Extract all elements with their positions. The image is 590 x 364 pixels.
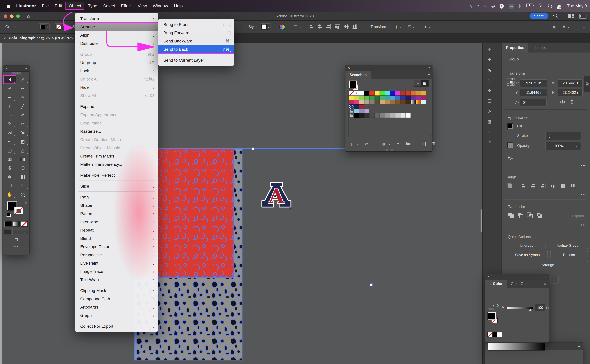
uofa-logo[interactable]: A ® <box>261 180 292 212</box>
swatch-d9c29a[interactable] <box>359 100 364 104</box>
color-group-folder-icon[interactable] <box>349 109 354 113</box>
flip-vertical-icon[interactable] <box>569 99 575 105</box>
hand-tool[interactable]: ✋ <box>3 190 16 199</box>
gradient-tool[interactable] <box>16 155 29 164</box>
object-menu-item-lock[interactable]: Lock› <box>75 67 158 75</box>
object-menu-item-perspective[interactable]: Perspective› <box>75 251 158 259</box>
swatch-e5368f[interactable] <box>354 100 359 104</box>
object-menu-item-intertwine[interactable]: Intertwine› <box>75 218 158 226</box>
object-menu-item-arrange[interactable]: Arrange› <box>75 23 158 31</box>
white-swatch[interactable] <box>497 332 502 337</box>
close-panel-icon[interactable]: × <box>488 275 490 279</box>
swatch-999999[interactable] <box>385 113 390 118</box>
object-menu-item-rasterize[interactable]: Rasterize... <box>75 127 158 135</box>
stroke-color-indicator[interactable] <box>14 207 23 214</box>
lasso-tool[interactable]: ∽ <box>16 84 29 93</box>
line-segment-tool[interactable]: ╱ <box>16 102 29 110</box>
object-menu-item-live-paint[interactable]: Live Paint› <box>75 259 158 267</box>
menubar-item-edit[interactable]: Edit <box>52 2 65 9</box>
close-document-icon[interactable]: × <box>4 36 6 40</box>
h-field[interactable]: 23.2402 i <box>558 89 583 97</box>
object-menu-item-shape[interactable]: Shape› <box>75 201 158 209</box>
mesh-tool[interactable]: ▦ <box>3 155 16 164</box>
fill-swatch[interactable] <box>508 124 513 129</box>
object-menu-item-graph[interactable]: Graph› <box>75 311 158 319</box>
object-menu-item-compound-path[interactable]: Compound Path› <box>75 295 158 303</box>
swatch-67401e[interactable] <box>400 100 405 104</box>
search-icon[interactable] <box>548 4 552 8</box>
none-swatch[interactable] <box>488 332 492 337</box>
character-strip-icon[interactable]: A <box>488 109 491 114</box>
swatch-8f2f9e[interactable] <box>416 96 421 100</box>
recolor-artwork-icon[interactable] <box>280 20 285 33</box>
gradient-button[interactable] <box>13 221 19 226</box>
swatch-b5a488[interactable] <box>364 100 369 104</box>
align-more-options[interactable]: ••• <box>581 193 586 197</box>
symbol-sprayer-tool[interactable]: ❃ <box>3 173 16 182</box>
collapse-panel-icon[interactable]: « <box>25 66 27 70</box>
swatch-libraries-icon[interactable]: ◫▾ <box>350 142 359 146</box>
arrange-documents-icon[interactable] <box>568 13 574 19</box>
color-group-folder-icon[interactable] <box>349 113 354 118</box>
panel-menu-icon[interactable]: ≡ <box>578 344 580 349</box>
headphones-icon[interactable]: ∩ <box>469 3 473 8</box>
swatch-62b854[interactable] <box>364 96 369 100</box>
align-bottom-icon[interactable] <box>352 24 358 30</box>
w-field[interactable]: 20.5441 i <box>558 79 583 87</box>
curvature-tool[interactable]: ✑ <box>16 93 29 102</box>
swatch-d4de44[interactable] <box>354 96 359 100</box>
control-center-icon[interactable] <box>557 3 561 9</box>
pathfinder-unite-icon[interactable] <box>508 212 514 220</box>
apple-menu-icon[interactable] <box>6 3 10 9</box>
menubar-item-file[interactable]: File <box>39 2 52 9</box>
menubar-clock[interactable]: Tue May 3 <box>567 4 590 8</box>
perspective-grid-tool[interactable]: △ <box>16 146 29 155</box>
swatch-blue-pattern[interactable] <box>349 104 354 109</box>
fx-icon[interactable]: fx▾ <box>508 156 512 161</box>
align-bottom-icon[interactable] <box>570 183 576 190</box>
tab-properties[interactable]: Properties <box>502 43 528 52</box>
opacity-link[interactable]: Opacity <box>517 144 530 148</box>
appearance-strip-icon[interactable]: ✥ <box>488 57 491 62</box>
rotate-tool[interactable]: ⋈ <box>3 128 16 137</box>
swatch-cccccc[interactable] <box>395 113 400 118</box>
swatch-f9ee42[interactable] <box>375 91 380 96</box>
align-top-icon[interactable] <box>335 24 340 30</box>
gradient-strip-icon[interactable]: ◉ <box>488 68 492 72</box>
object-menu-item-image-trace[interactable]: Image Trace› <box>75 267 158 275</box>
rectangle-tool[interactable]: ▭ <box>3 110 16 119</box>
swatch-c72a56[interactable] <box>349 100 354 104</box>
swatch-options-icon[interactable]: ≡ <box>397 142 399 146</box>
opacity-field[interactable]: 100%› <box>545 142 581 150</box>
artboard-strip-icon[interactable]: ▢ <box>488 78 492 83</box>
arrange-submenu-item-bring-forward[interactable]: Bring Forward⌘] <box>158 29 234 37</box>
creative-cloud-icon[interactable]: ◎▲ <box>491 4 495 8</box>
new-swatch-icon[interactable]: + <box>417 142 426 146</box>
wd-icon[interactable]: WD <box>508 3 514 9</box>
menubar-item-illustrator[interactable]: Illustrator <box>13 2 39 9</box>
panel-menu-icon[interactable]: ≡ <box>428 73 430 77</box>
align-left-icon[interactable] <box>308 24 314 30</box>
swatch-df9136[interactable] <box>416 91 421 96</box>
grid-strip-icon[interactable]: # <box>488 140 491 144</box>
swatch-eca64a[interactable] <box>421 91 426 96</box>
stroke-weight-stepper[interactable]: ⌃⌄⌄ <box>545 132 581 140</box>
swatch-1d1f63[interactable] <box>405 96 411 100</box>
object-menu-item-create-trim-marks[interactable]: Create Trim Marks <box>75 152 158 160</box>
proxy-icon[interactable] <box>488 304 493 309</box>
swatch-a06c38[interactable] <box>390 100 395 104</box>
swatch-000000[interactable] <box>364 91 369 96</box>
zoom-tool[interactable] <box>16 190 29 199</box>
swatch-ffffff[interactable] <box>405 113 411 118</box>
grid-view-icon[interactable]: ▦ <box>421 80 428 86</box>
document-setup-icon[interactable]: ❐⌄ <box>293 20 301 33</box>
free-transform-tool[interactable]: ◩ <box>16 137 29 146</box>
slice-tool[interactable]: ✁ <box>16 182 29 190</box>
scale-tool[interactable]: ⇲ <box>16 128 29 137</box>
swatch-e23ae0[interactable] <box>395 91 400 96</box>
scissors-tool[interactable]: ✂ <box>16 119 29 128</box>
swatch-bd8a52[interactable] <box>385 100 390 104</box>
object-menu-item-slice[interactable]: Slice› <box>75 182 158 190</box>
opacity-swatch[interactable] <box>508 143 513 148</box>
object-menu-item-path[interactable]: Path› <box>75 193 158 201</box>
